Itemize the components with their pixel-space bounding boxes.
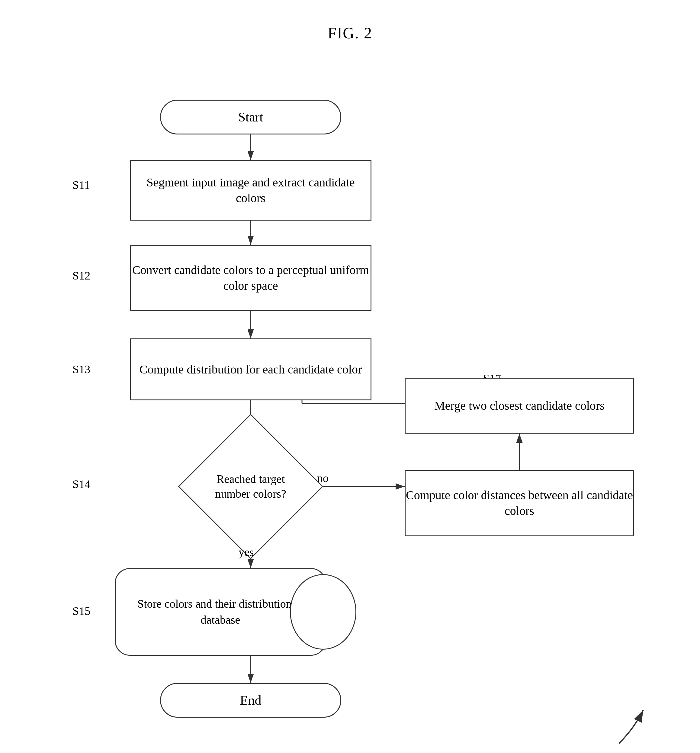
s16-node: Compute color distances between all cand… <box>405 470 634 536</box>
s16-label: Compute color distances between all cand… <box>405 487 633 519</box>
s13-node: Compute distribution for each candidate … <box>130 338 371 400</box>
end-label: End <box>240 692 262 709</box>
s17-node: Merge two closest candidate colors <box>405 378 634 434</box>
s14-diamond: Reached target number colors? <box>175 435 326 538</box>
end-node: End <box>160 683 341 718</box>
step-s11-label: S11 <box>72 178 90 192</box>
step-s14-label: S14 <box>72 477 90 491</box>
s11-node: Segment input image and extract candidat… <box>130 160 371 220</box>
s15-label: Store colors and their distribution in d… <box>122 596 319 628</box>
start-node: Start <box>160 100 341 134</box>
start-label: Start <box>238 108 263 126</box>
yes-label: yes <box>239 545 254 559</box>
step-s13-label: S13 <box>72 362 90 376</box>
fig-title: FIG. 2 <box>0 0 700 42</box>
s12-label: Convert candidate colors to a perceptual… <box>131 262 371 294</box>
no-label: no <box>317 471 329 485</box>
s12-node: Convert candidate colors to a perceptual… <box>130 245 371 311</box>
s13-label: Compute distribution for each candidate … <box>140 362 362 377</box>
s11-label: Segment input image and extract candidat… <box>131 175 371 206</box>
step-s12-label: S12 <box>72 269 90 282</box>
s14-label: Reached target number colors? <box>208 472 293 501</box>
step-s15-label: S15 <box>72 605 90 618</box>
s17-label: Merge two closest candidate colors <box>434 398 605 414</box>
s15-cylinder-overlay <box>290 574 356 650</box>
